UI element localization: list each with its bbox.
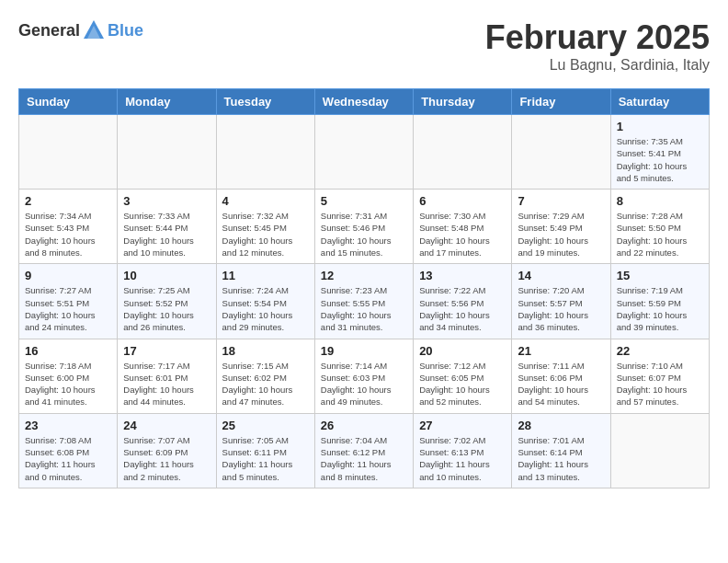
day-number: 18 xyxy=(222,344,309,358)
calendar-cell xyxy=(610,413,709,488)
logo-icon xyxy=(82,18,106,42)
calendar-cell xyxy=(314,115,413,190)
day-number: 1 xyxy=(617,120,703,133)
calendar-cell: 18Sunrise: 7:15 AM Sunset: 6:02 PM Dayli… xyxy=(216,339,314,413)
day-info: Sunrise: 7:28 AM Sunset: 5:50 PM Dayligh… xyxy=(617,210,703,259)
day-info: Sunrise: 7:12 AM Sunset: 6:05 PM Dayligh… xyxy=(419,360,506,408)
calendar-header-sunday: Sunday xyxy=(19,89,118,115)
day-number: 19 xyxy=(321,344,407,358)
day-number: 6 xyxy=(419,194,506,208)
day-number: 22 xyxy=(617,344,703,358)
logo-general-text: General xyxy=(18,21,80,40)
day-number: 27 xyxy=(419,419,506,432)
calendar-header-monday: Monday xyxy=(118,89,216,115)
day-info: Sunrise: 7:32 AM Sunset: 5:45 PM Dayligh… xyxy=(222,210,309,259)
day-info: Sunrise: 7:08 AM Sunset: 6:08 PM Dayligh… xyxy=(25,434,111,483)
day-info: Sunrise: 7:11 AM Sunset: 6:06 PM Dayligh… xyxy=(518,360,604,408)
day-info: Sunrise: 7:27 AM Sunset: 5:51 PM Dayligh… xyxy=(25,284,111,333)
calendar-cell: 26Sunrise: 7:04 AM Sunset: 6:12 PM Dayli… xyxy=(314,413,413,488)
day-info: Sunrise: 7:14 AM Sunset: 6:03 PM Dayligh… xyxy=(321,360,407,408)
calendar-cell: 23Sunrise: 7:08 AM Sunset: 6:08 PM Dayli… xyxy=(19,413,118,488)
day-number: 7 xyxy=(518,194,604,208)
day-number: 9 xyxy=(25,269,111,282)
day-number: 16 xyxy=(25,344,111,358)
calendar-cell: 2Sunrise: 7:34 AM Sunset: 5:43 PM Daylig… xyxy=(19,190,118,264)
calendar-cell xyxy=(19,115,118,190)
day-number: 10 xyxy=(123,269,210,282)
day-info: Sunrise: 7:23 AM Sunset: 5:55 PM Dayligh… xyxy=(321,284,407,333)
day-number: 14 xyxy=(518,269,604,282)
calendar-header-friday: Friday xyxy=(512,89,610,115)
logo-blue-text: Blue xyxy=(108,21,143,40)
day-number: 25 xyxy=(222,419,309,432)
calendar-cell: 11Sunrise: 7:24 AM Sunset: 5:54 PM Dayli… xyxy=(216,264,314,339)
calendar-cell xyxy=(118,115,216,190)
day-info: Sunrise: 7:18 AM Sunset: 6:00 PM Dayligh… xyxy=(25,360,111,408)
day-number: 20 xyxy=(419,344,506,358)
calendar-cell: 1Sunrise: 7:35 AM Sunset: 5:41 PM Daylig… xyxy=(610,115,709,190)
calendar-cell: 16Sunrise: 7:18 AM Sunset: 6:00 PM Dayli… xyxy=(19,339,118,413)
calendar-cell: 25Sunrise: 7:05 AM Sunset: 6:11 PM Dayli… xyxy=(216,413,314,488)
calendar-cell: 10Sunrise: 7:25 AM Sunset: 5:52 PM Dayli… xyxy=(118,264,216,339)
day-number: 5 xyxy=(321,194,407,208)
week-row-5: 23Sunrise: 7:08 AM Sunset: 6:08 PM Dayli… xyxy=(19,413,710,488)
calendar-cell: 12Sunrise: 7:23 AM Sunset: 5:55 PM Dayli… xyxy=(314,264,413,339)
logo: General Blue xyxy=(18,18,143,42)
day-info: Sunrise: 7:33 AM Sunset: 5:44 PM Dayligh… xyxy=(123,210,210,259)
calendar-cell xyxy=(414,115,512,190)
calendar-cell: 9Sunrise: 7:27 AM Sunset: 5:51 PM Daylig… xyxy=(19,264,118,339)
day-info: Sunrise: 7:24 AM Sunset: 5:54 PM Dayligh… xyxy=(222,284,309,333)
location-title: Lu Bagnu, Sardinia, Italy xyxy=(485,57,710,74)
calendar-cell: 19Sunrise: 7:14 AM Sunset: 6:03 PM Dayli… xyxy=(314,339,413,413)
calendar-cell: 13Sunrise: 7:22 AM Sunset: 5:56 PM Dayli… xyxy=(414,264,512,339)
week-row-1: 1Sunrise: 7:35 AM Sunset: 5:41 PM Daylig… xyxy=(19,115,710,190)
day-number: 8 xyxy=(617,194,703,208)
calendar-cell: 15Sunrise: 7:19 AM Sunset: 5:59 PM Dayli… xyxy=(610,264,709,339)
day-number: 3 xyxy=(123,194,210,208)
day-number: 13 xyxy=(419,269,506,282)
day-info: Sunrise: 7:02 AM Sunset: 6:13 PM Dayligh… xyxy=(419,434,506,483)
calendar-header-thursday: Thursday xyxy=(414,89,512,115)
calendar-cell: 7Sunrise: 7:29 AM Sunset: 5:49 PM Daylig… xyxy=(512,190,610,264)
calendar-cell: 28Sunrise: 7:01 AM Sunset: 6:14 PM Dayli… xyxy=(512,413,610,488)
day-info: Sunrise: 7:19 AM Sunset: 5:59 PM Dayligh… xyxy=(617,284,703,333)
calendar-cell: 24Sunrise: 7:07 AM Sunset: 6:09 PM Dayli… xyxy=(118,413,216,488)
calendar-header-saturday: Saturday xyxy=(610,89,709,115)
calendar-cell: 27Sunrise: 7:02 AM Sunset: 6:13 PM Dayli… xyxy=(414,413,512,488)
day-info: Sunrise: 7:34 AM Sunset: 5:43 PM Dayligh… xyxy=(25,210,111,259)
day-info: Sunrise: 7:05 AM Sunset: 6:11 PM Dayligh… xyxy=(222,434,309,483)
day-info: Sunrise: 7:20 AM Sunset: 5:57 PM Dayligh… xyxy=(518,284,604,333)
month-title: February 2025 xyxy=(485,18,710,57)
calendar-cell: 5Sunrise: 7:31 AM Sunset: 5:46 PM Daylig… xyxy=(314,190,413,264)
calendar-cell xyxy=(512,115,610,190)
day-info: Sunrise: 7:10 AM Sunset: 6:07 PM Dayligh… xyxy=(617,360,703,408)
day-number: 24 xyxy=(123,419,210,432)
day-info: Sunrise: 7:31 AM Sunset: 5:46 PM Dayligh… xyxy=(321,210,407,259)
calendar-cell: 14Sunrise: 7:20 AM Sunset: 5:57 PM Dayli… xyxy=(512,264,610,339)
calendar-cell: 20Sunrise: 7:12 AM Sunset: 6:05 PM Dayli… xyxy=(414,339,512,413)
calendar-cell: 22Sunrise: 7:10 AM Sunset: 6:07 PM Dayli… xyxy=(610,339,709,413)
day-info: Sunrise: 7:29 AM Sunset: 5:49 PM Dayligh… xyxy=(518,210,604,259)
calendar-table: SundayMondayTuesdayWednesdayThursdayFrid… xyxy=(18,88,710,488)
week-row-4: 16Sunrise: 7:18 AM Sunset: 6:00 PM Dayli… xyxy=(19,339,710,413)
day-number: 4 xyxy=(222,194,309,208)
calendar-header-wednesday: Wednesday xyxy=(314,89,413,115)
page-header: General Blue February 2025 Lu Bagnu, Sar… xyxy=(18,18,710,74)
day-info: Sunrise: 7:04 AM Sunset: 6:12 PM Dayligh… xyxy=(321,434,407,483)
day-number: 11 xyxy=(222,269,309,282)
title-block: February 2025 Lu Bagnu, Sardinia, Italy xyxy=(485,18,710,74)
day-number: 15 xyxy=(617,269,703,282)
day-number: 21 xyxy=(518,344,604,358)
day-number: 26 xyxy=(321,419,407,432)
day-number: 12 xyxy=(321,269,407,282)
calendar-cell: 3Sunrise: 7:33 AM Sunset: 5:44 PM Daylig… xyxy=(118,190,216,264)
day-number: 23 xyxy=(25,419,111,432)
day-info: Sunrise: 7:25 AM Sunset: 5:52 PM Dayligh… xyxy=(123,284,210,333)
calendar-cell: 21Sunrise: 7:11 AM Sunset: 6:06 PM Dayli… xyxy=(512,339,610,413)
day-info: Sunrise: 7:22 AM Sunset: 5:56 PM Dayligh… xyxy=(419,284,506,333)
calendar-header-tuesday: Tuesday xyxy=(216,89,314,115)
day-info: Sunrise: 7:17 AM Sunset: 6:01 PM Dayligh… xyxy=(123,360,210,408)
week-row-2: 2Sunrise: 7:34 AM Sunset: 5:43 PM Daylig… xyxy=(19,190,710,264)
day-number: 28 xyxy=(518,419,604,432)
day-info: Sunrise: 7:01 AM Sunset: 6:14 PM Dayligh… xyxy=(518,434,604,483)
